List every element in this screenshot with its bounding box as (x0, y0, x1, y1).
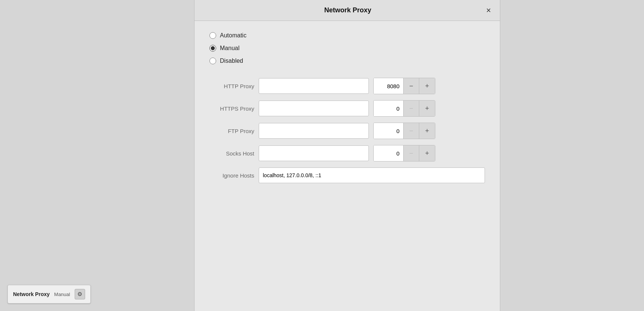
radio-manual-label: Manual (220, 45, 239, 52)
radio-manual[interactable]: Manual (209, 45, 485, 52)
taskbar-network-proxy: Network Proxy Manual ⚙ (7, 285, 91, 304)
http-proxy-host-input[interactable] (259, 78, 369, 94)
http-proxy-increment-button[interactable]: + (419, 78, 435, 94)
https-proxy-increment-button[interactable]: + (419, 101, 435, 116)
radio-automatic-input[interactable] (209, 32, 216, 39)
socks-host-row: Socks Host − + (209, 145, 485, 161)
proxy-mode-group: Automatic Manual Disabled (209, 32, 485, 64)
ftp-proxy-increment-button[interactable]: + (419, 123, 435, 139)
ftp-proxy-port-input[interactable] (374, 123, 404, 139)
https-proxy-label: HTTPS Proxy (209, 105, 254, 112)
taskbar-gear-button[interactable]: ⚙ (75, 289, 85, 299)
dialog-body: Automatic Manual Disabled HTTP Proxy − + (195, 21, 500, 311)
radio-disabled[interactable]: Disabled (209, 58, 485, 64)
radio-disabled-label: Disabled (220, 58, 243, 64)
gear-icon: ⚙ (77, 291, 82, 298)
https-proxy-decrement-button[interactable]: − (404, 101, 419, 116)
ignore-hosts-input[interactable] (259, 167, 485, 183)
socks-host-port-input[interactable] (374, 145, 404, 161)
radio-manual-input[interactable] (209, 45, 216, 52)
https-proxy-port-input[interactable] (374, 101, 404, 116)
radio-disabled-input[interactable] (209, 58, 216, 64)
radio-automatic[interactable]: Automatic (209, 32, 485, 39)
ftp-proxy-row: FTP Proxy − + (209, 123, 485, 139)
network-proxy-dialog: Network Proxy × Automatic Manual Disable… (194, 0, 500, 311)
close-button[interactable]: × (483, 5, 494, 16)
ftp-proxy-port-group: − + (373, 123, 435, 139)
ignore-hosts-row: Ignore Hosts (209, 167, 485, 183)
ftp-proxy-host-input[interactable] (259, 123, 369, 139)
ignore-hosts-label: Ignore Hosts (209, 172, 254, 179)
https-proxy-host-input[interactable] (259, 101, 369, 116)
socks-host-port-group: − + (373, 145, 435, 161)
http-proxy-port-group: − + (373, 78, 435, 94)
taskbar-title: Network Proxy (13, 291, 50, 297)
left-background (0, 0, 194, 311)
dialog-titlebar: Network Proxy × (195, 0, 500, 21)
ftp-proxy-decrement-button[interactable]: − (404, 123, 419, 139)
http-proxy-port-input[interactable] (374, 78, 404, 94)
socks-host-decrement-button[interactable]: − (404, 145, 419, 161)
proxy-fields: HTTP Proxy − + HTTPS Proxy − + (209, 78, 485, 183)
socks-host-increment-button[interactable]: + (419, 145, 435, 161)
http-proxy-row: HTTP Proxy − + (209, 78, 485, 94)
https-proxy-port-group: − + (373, 100, 435, 117)
http-proxy-decrement-button[interactable]: − (404, 78, 419, 94)
http-proxy-label: HTTP Proxy (209, 83, 254, 89)
socks-host-input[interactable] (259, 145, 369, 161)
radio-automatic-label: Automatic (220, 32, 246, 39)
https-proxy-row: HTTPS Proxy − + (209, 100, 485, 117)
socks-host-label: Socks Host (209, 150, 254, 157)
taskbar-status: Manual (54, 292, 70, 297)
ftp-proxy-label: FTP Proxy (209, 128, 254, 134)
dialog-title: Network Proxy (212, 6, 483, 14)
